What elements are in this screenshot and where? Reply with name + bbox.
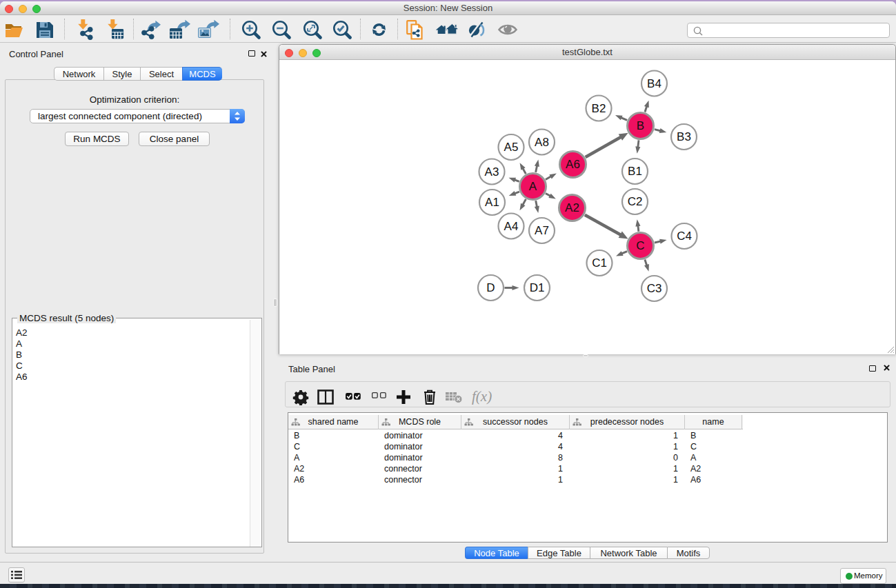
- svg-text:C4: C4: [677, 230, 692, 243]
- svg-text:A: A: [529, 180, 537, 193]
- svg-text:D: D: [486, 281, 495, 294]
- svg-text:B3: B3: [677, 130, 691, 143]
- svg-text:A5: A5: [504, 141, 519, 154]
- svg-text:A4: A4: [504, 220, 519, 233]
- svg-text:C: C: [636, 239, 644, 252]
- svg-text:B4: B4: [647, 77, 661, 90]
- svg-text:A6: A6: [566, 158, 580, 171]
- svg-text:A1: A1: [485, 196, 499, 209]
- svg-text:D1: D1: [530, 281, 545, 294]
- svg-text:B1: B1: [628, 165, 642, 178]
- svg-text:B2: B2: [592, 102, 606, 115]
- svg-text:C1: C1: [592, 256, 607, 270]
- svg-text:A2: A2: [565, 201, 579, 214]
- svg-text:A7: A7: [535, 224, 549, 237]
- svg-text:A3: A3: [485, 165, 499, 179]
- svg-text:C2: C2: [628, 195, 643, 208]
- svg-text:B: B: [637, 119, 644, 132]
- svg-text:A8: A8: [535, 136, 549, 149]
- svg-text:C3: C3: [647, 282, 662, 295]
